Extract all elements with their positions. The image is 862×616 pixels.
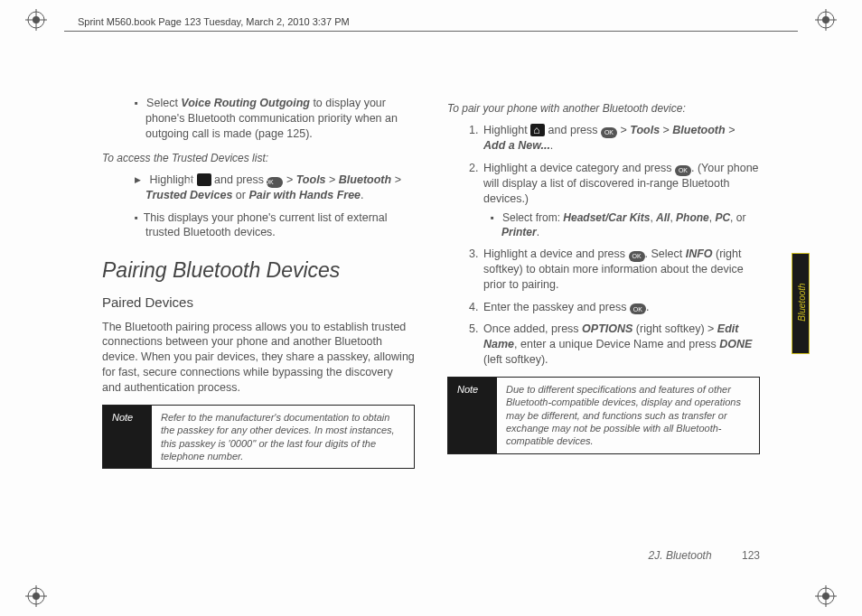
subhead-pair-phone: To pair your phone with another Bluetoot… [447, 101, 760, 116]
step-2: Highlight a device category and press OK… [482, 161, 760, 239]
ok-icon: OK [630, 303, 646, 314]
page-content: Select Voice Routing Outgoing to display… [102, 92, 760, 535]
step-4: Enter the passkey and press OK. [482, 300, 760, 315]
footer-page: 123 [742, 549, 760, 562]
step-1: Highlight and press OK > Tools > Bluetoo… [482, 123, 760, 154]
crop-marker-tr [815, 9, 837, 31]
note-label: Note [103, 406, 152, 468]
bullet-displays-list: This displays your phone's current list … [135, 210, 415, 241]
step-5: Once added, press OPTIONS (right softkey… [482, 322, 760, 368]
bullet-voice-routing: Select Voice Routing Outgoing to display… [135, 96, 415, 142]
subhead-trusted-devices: To access the Trusted Devices list: [102, 151, 415, 165]
steps-list: Highlight and press OK > Tools > Bluetoo… [469, 123, 760, 368]
header-rule [64, 31, 798, 32]
header-text: Sprint M560.book Page 123 Tuesday, March… [78, 16, 350, 27]
crop-marker-tl [25, 9, 47, 31]
ok-icon: OK [267, 177, 283, 188]
home-icon [197, 173, 211, 186]
side-tab-label: Bluetooth [797, 275, 807, 330]
note-text: Due to different specifications and feat… [497, 378, 759, 453]
step-3: Highlight a device and press OK. Select … [482, 247, 760, 293]
right-column: To pair your phone with another Bluetoot… [447, 92, 760, 535]
ok-icon: OK [601, 127, 617, 138]
crop-marker-bl [25, 585, 47, 607]
para-pairing-desc: The Bluetooth pairing process allows you… [102, 320, 415, 396]
note-passkey: Note Refer to the manufacturer's documen… [102, 405, 415, 469]
footer-section: 2J. Bluetooth [649, 549, 712, 562]
side-tab-bluetooth: Bluetooth [792, 253, 810, 354]
h2-paired-devices: Paired Devices [102, 294, 415, 312]
note-bt-compat: Note Due to different specifications and… [447, 377, 760, 453]
crop-marker-br [815, 585, 837, 607]
home-icon [530, 124, 545, 136]
page-footer: 2J. Bluetooth 123 [649, 549, 760, 562]
left-column: Select Voice Routing Outgoing to display… [102, 92, 415, 535]
step-2-options: Select from: Headset/Car Kits, All, Phon… [491, 210, 760, 239]
note-text: Refer to the manufacturer's documentatio… [152, 406, 414, 468]
step-highlight-trusted: Highlight and press OK > Tools > Bluetoo… [135, 173, 415, 203]
ok-icon: OK [675, 165, 691, 176]
h1-pairing: Pairing Bluetooth Devices [102, 257, 415, 285]
note-label: Note [448, 378, 497, 453]
ok-icon: OK [629, 251, 645, 262]
